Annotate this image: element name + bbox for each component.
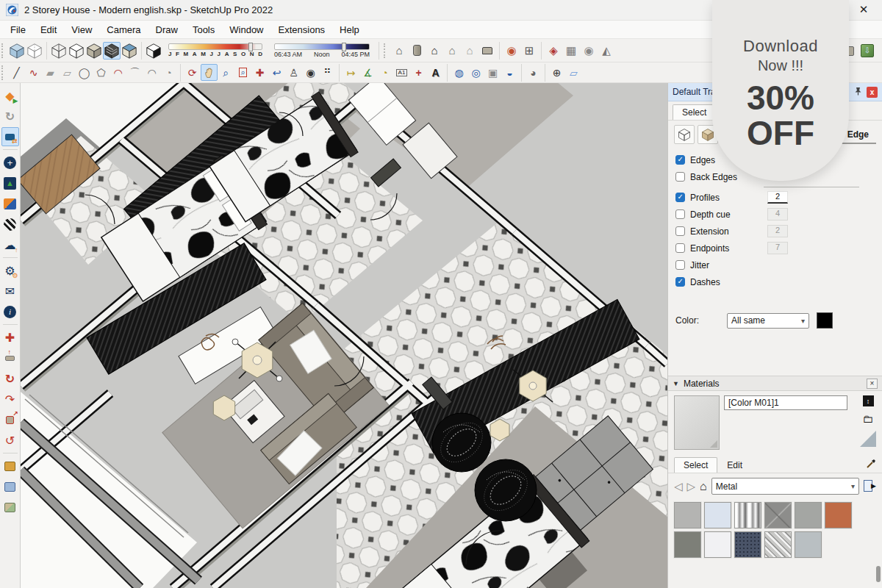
style-shaded-textures-icon[interactable] (103, 42, 121, 60)
axes-tool-icon[interactable]: + (410, 64, 427, 81)
extension-logo-icon[interactable]: ◆▶ (1, 86, 19, 105)
look-around-tool-icon[interactable]: ◉ (302, 64, 319, 81)
depth-cue-checkbox[interactable] (675, 209, 685, 219)
menu-edit[interactable]: Edit (33, 22, 64, 37)
menu-help[interactable]: Help (332, 22, 367, 37)
walk-tool-icon[interactable]: ⠛ (319, 64, 336, 81)
style-hidden-line-icon[interactable] (68, 42, 85, 60)
style-shaded-icon[interactable] (85, 42, 103, 60)
extension-value-field[interactable]: 2 (767, 225, 788, 237)
freehand-tool-icon[interactable]: ∿ (25, 64, 42, 81)
edge-color-swatch[interactable] (817, 312, 833, 329)
pie-shape-tool-icon[interactable]: ◕ (525, 64, 542, 81)
push-pull-icon[interactable]: ↑ (1, 348, 19, 368)
rotated-rectangle-tool-icon[interactable]: ▱ (59, 64, 76, 81)
endpoints-checkbox[interactable] (675, 243, 685, 253)
material-swatch[interactable] (704, 531, 731, 558)
email-icon[interactable]: ✉ (1, 282, 19, 301)
back-edges-checkbox[interactable] (675, 172, 685, 182)
globe-icon[interactable] (1, 215, 19, 234)
add-circle-icon[interactable]: + (1, 153, 19, 172)
section-fill-icon[interactable]: ◒ (501, 64, 518, 81)
time-slider-handle[interactable] (342, 43, 346, 51)
line-tool-icon[interactable]: ╱ (8, 64, 25, 81)
house-tool-4-icon[interactable]: ⌂ (443, 42, 461, 60)
toolbar-grip[interactable] (384, 43, 387, 58)
material-swatch[interactable] (674, 531, 701, 558)
solid-union-icon[interactable] (1, 456, 19, 476)
month-slider-handle[interactable] (248, 43, 253, 51)
profiles-value-field[interactable]: 2 (767, 191, 788, 204)
settings-gears-icon[interactable]: ⚙⚙ (1, 261, 19, 280)
tray-scrollbar[interactable] (876, 566, 881, 582)
shadow-time-slider[interactable]: 06:43 AMNoon04:45 PM (274, 43, 370, 58)
camera-export-icon[interactable]: ⇄ (1, 127, 19, 146)
cloud-upload-icon[interactable]: ☁↑ (1, 235, 19, 254)
pie-tool-icon[interactable]: ◔ (160, 64, 177, 81)
tape-measure-tool-icon[interactable]: ↦ (343, 64, 359, 81)
circle-tool-icon[interactable]: ◯ (76, 64, 93, 81)
secondary-pane-icon[interactable]: ↕ (863, 395, 874, 406)
house-tool-6-icon[interactable] (478, 42, 496, 60)
menu-view[interactable]: View (64, 22, 99, 37)
arc-3pt-tool-icon[interactable]: ◠ (143, 64, 160, 81)
stamp-icon[interactable]: ▦ (562, 42, 580, 60)
zoom-extents-tool-icon[interactable]: ✚ (251, 64, 268, 81)
house-tool-5-icon[interactable]: ⌂ (461, 42, 478, 60)
tray-close-icon[interactable]: x (867, 87, 878, 98)
solid-subtract-icon[interactable] (1, 477, 19, 496)
depth-cue-value-field[interactable]: 4 (767, 208, 788, 220)
scale-icon[interactable]: ↗ (1, 410, 19, 429)
arc-tool-icon[interactable]: ⌒ (126, 64, 143, 81)
dashes-checkbox[interactable] (675, 277, 685, 287)
material-swatch[interactable] (825, 502, 852, 528)
crosshair-tool-icon[interactable]: ⊕ (548, 64, 565, 81)
arc-2pt-tool-icon[interactable]: ◠ (110, 64, 126, 81)
toolbar-grip[interactable] (1, 43, 5, 58)
style-back-edges-icon[interactable] (26, 42, 43, 60)
sample-paint-icon[interactable] (860, 431, 876, 447)
window-close-button[interactable]: ✕ (856, 3, 872, 16)
zoom-tool-icon[interactable]: ⌕ (218, 64, 234, 81)
menu-camera[interactable]: Camera (99, 22, 148, 37)
refresh-icon[interactable]: ↻ (1, 107, 19, 126)
zoom-previous-tool-icon[interactable]: ↩ (268, 64, 285, 81)
eyedropper-icon[interactable] (866, 459, 876, 471)
house-tool-3-icon[interactable]: ⌂ (426, 42, 443, 60)
material-swatch[interactable] (704, 502, 731, 528)
solid-trim-icon[interactable] (1, 498, 19, 517)
section-plane-tool-icon[interactable]: ▱ (565, 64, 582, 81)
protractor-tool-icon[interactable]: ∡ (359, 64, 376, 81)
menu-tools[interactable]: Tools (185, 22, 222, 37)
jitter-checkbox[interactable] (675, 260, 685, 270)
rectangle-tool-icon[interactable]: ▰ (42, 64, 59, 81)
collapse-arrow-icon[interactable]: ▼ (673, 380, 679, 387)
styles-tab-select[interactable]: Select (673, 104, 716, 120)
materials-tab-edit[interactable]: Edit (717, 457, 752, 473)
terrain-contours-icon[interactable]: ◉ (503, 42, 520, 60)
promo-overlay[interactable]: Download Now !!! 30% OFF (712, 0, 849, 181)
terrain-scratch-icon[interactable]: ⊞ (520, 42, 538, 60)
smoove-icon[interactable]: ◈ (545, 42, 562, 60)
back-arrow-icon[interactable]: ◁ (674, 480, 683, 493)
materials-tab-select[interactable]: Select (674, 457, 717, 473)
add-detail-icon[interactable]: ◭ (598, 42, 615, 60)
menu-window[interactable]: Window (222, 22, 270, 37)
details-icon[interactable] (864, 480, 876, 492)
create-material-icon[interactable]: 🗀 (863, 412, 874, 425)
material-swatch[interactable] (795, 531, 822, 558)
pan-tool-icon[interactable] (201, 64, 218, 81)
hanging-chair-2[interactable] (475, 459, 537, 521)
edges-checkbox[interactable] (675, 155, 685, 165)
tree-component-icon[interactable]: ▲ (1, 173, 19, 193)
edge-style-wireframe-icon[interactable] (674, 125, 695, 144)
viewport-canvas[interactable] (21, 83, 667, 588)
profiles-checkbox[interactable] (675, 193, 685, 202)
info-icon[interactable]: i (1, 302, 19, 321)
style-monochrome-icon[interactable] (121, 42, 138, 60)
shadow-month-slider[interactable]: JFMAMJJASOND (168, 43, 262, 57)
materials-close-icon[interactable]: × (867, 379, 878, 389)
materials-header[interactable]: ▼ Materials × (668, 376, 882, 391)
endpoints-value-field[interactable]: 7 (767, 242, 788, 254)
extension-checkbox[interactable] (675, 226, 685, 236)
